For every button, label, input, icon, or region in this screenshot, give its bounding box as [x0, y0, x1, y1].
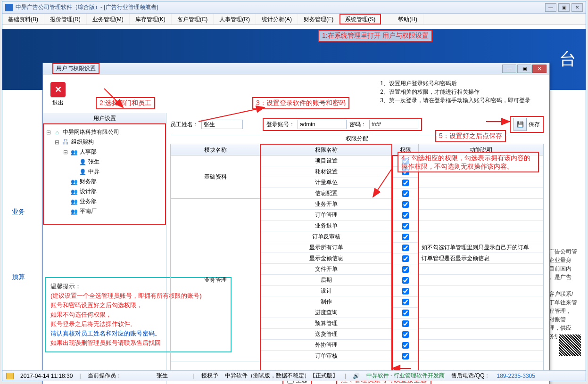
user-permission-dialog: 用户与权限设置 — ▣ ✕ ✕ 退出 1、设置用户登录账号和密码后 2、设置相关…	[42, 63, 550, 384]
perm-chk-cell	[393, 178, 418, 188]
menu-quote[interactable]: 报价管理(R)	[44, 14, 87, 25]
perm-checkbox[interactable]	[402, 299, 409, 305]
instruction-line: 3、第一次登录，请在登录框手动输入账号和密码，即可登录	[380, 96, 530, 105]
perm-checkbox[interactable]	[402, 320, 409, 327]
perm-name-cell: 外协管理	[260, 340, 392, 351]
perm-chk-cell	[393, 275, 418, 286]
tree-root[interactable]: ⊟ ⌂ 中异网络科技有限公司	[46, 127, 163, 137]
perm-checkbox[interactable]	[402, 234, 409, 240]
col-checkbox: 权限	[392, 144, 419, 372]
menu-stock[interactable]: 库存管理(K)	[130, 14, 172, 25]
perm-checkbox[interactable]	[402, 342, 409, 349]
perm-name-cell: 订单反审核	[260, 231, 392, 242]
menu-hr[interactable]: 人事管理(R)	[214, 14, 256, 25]
perm-body: 项目设置耗材设置计量单位信息配置业务开单订单管理业务退单订单反审核显示所有订单显…	[260, 155, 392, 372]
tree-label: 设计部	[80, 188, 97, 196]
chk-body	[392, 155, 419, 372]
dialog-icon	[46, 65, 52, 72]
perm-checkbox[interactable]	[402, 255, 409, 262]
perm-checkbox[interactable]	[402, 331, 409, 338]
tree-dept[interactable]: 👥 平南厂	[46, 206, 163, 216]
tree-dept[interactable]: 👥 设计部	[46, 187, 163, 196]
menu-help[interactable]: 帮助(H)	[392, 14, 423, 25]
tree-dept[interactable]: 👥 财务部	[46, 177, 163, 187]
perm-checkbox[interactable]	[402, 180, 409, 186]
status-operator-label: 当前操作员：	[88, 372, 122, 380]
perm-name-cell: 耗材设置	[260, 166, 392, 177]
dialog-close-button[interactable]: ✕	[532, 65, 547, 73]
expander-icon[interactable]: ⊟	[46, 129, 51, 136]
instruction-line: 1、设置用户登录账号和密码后	[380, 79, 530, 88]
banner-text: 台	[559, 48, 576, 71]
perm-name-cell: 订单管理	[260, 210, 392, 221]
expander-icon[interactable]: ⊟	[63, 149, 68, 155]
perm-checkbox[interactable]	[402, 310, 409, 316]
col-module: 模块名称 基础资料业务管理	[171, 144, 260, 372]
tree-user[interactable]: 👤 张生	[46, 157, 163, 167]
side-tab[interactable]: 预算	[12, 273, 25, 281]
status-auth-label: 授权予	[201, 372, 218, 380]
login-input[interactable]	[298, 120, 347, 129]
name-input[interactable]	[201, 120, 243, 129]
perm-name-cell: 制作	[260, 296, 392, 307]
dialog-maximize-button[interactable]: ▣	[517, 65, 531, 73]
head-module: 模块名称	[171, 144, 260, 155]
perm-chk-cell	[393, 308, 418, 319]
menu-business[interactable]: 业务管理(M)	[87, 14, 130, 25]
perm-checkbox[interactable]	[402, 288, 409, 294]
perm-name-cell: 业务开单	[260, 199, 392, 210]
annotation-1: 1:在系统管理里打开 用户与权限设置	[318, 30, 432, 42]
tree-label: 业务部	[80, 197, 97, 205]
perm-desc-cell	[419, 340, 543, 351]
pwd-input[interactable]	[369, 120, 418, 129]
dept-icon: 👥	[70, 188, 78, 196]
perm-chk-cell	[393, 351, 418, 362]
close-button[interactable]: ✕	[571, 3, 583, 12]
menu-customer[interactable]: 客户管理(C)	[172, 14, 214, 25]
perm-chk-cell	[393, 199, 418, 210]
annotation-4: 4：勾选相应的权限，勾选表示拥有该内容的操作权限，不勾选则无权操作该内容。	[398, 152, 539, 172]
side-tab[interactable]: 业务	[12, 208, 25, 216]
save-icon: 💾	[517, 121, 524, 128]
perm-desc-cell	[419, 329, 543, 340]
exit-button[interactable]: ✕	[50, 82, 66, 97]
dept-icon: 👥	[70, 178, 78, 186]
minimize-button[interactable]: —	[545, 3, 556, 12]
perm-name-cell: 订单审核	[260, 351, 392, 361]
perm-checkbox[interactable]	[402, 266, 409, 273]
perm-checkbox[interactable]	[402, 190, 409, 197]
menu-finance[interactable]: 财务管理(F)	[298, 14, 340, 25]
menu-basic[interactable]: 基础资料(B)	[2, 14, 44, 25]
tree-user[interactable]: 👤 中异	[46, 167, 163, 177]
tree-dept[interactable]: ⊟ 👥 人事部	[46, 147, 163, 157]
permission-title: 权限分配	[341, 135, 373, 143]
maximize-button[interactable]: ▣	[558, 3, 570, 12]
perm-checkbox[interactable]	[402, 245, 409, 251]
tree-label: 张生	[88, 158, 99, 166]
perm-checkbox[interactable]	[402, 223, 409, 229]
tree-dept[interactable]: 👥 业务部	[46, 196, 163, 206]
perm-name-cell: 业务退单	[260, 221, 392, 231]
perm-desc-cell: 如不勾选订单管理里则只显示自己开的订单	[419, 242, 543, 253]
dialog-minimize-button[interactable]: —	[502, 65, 516, 73]
save-button[interactable]: 💾	[513, 118, 527, 131]
tree-org[interactable]: ⊟ 品 组织架构	[46, 137, 163, 147]
tree-label: 组织架构	[71, 138, 94, 146]
perm-chk-cell	[393, 297, 418, 308]
perm-name-cell: 文件开单	[260, 264, 392, 275]
tree-body: ⊟ ⌂ 中异网络科技有限公司 ⊟ 品 组织架构 ⊟ 👥 人事部	[43, 123, 166, 225]
status-brand[interactable]: 中异软件 - 行业管理软件开发商	[366, 372, 445, 380]
perm-checkbox[interactable]	[402, 212, 409, 219]
perm-checkbox[interactable]	[402, 353, 409, 359]
titlebar: 中异广告公司管理软件（综合版）- [广告行业管理领航者] — ▣ ✕	[2, 1, 586, 14]
perm-checkbox[interactable]	[402, 277, 409, 284]
status-phone-label: 售后电话/QQ：	[451, 372, 490, 380]
menu-system[interactable]: 系统管理(S)	[340, 14, 381, 25]
perm-checkbox[interactable]	[402, 201, 409, 208]
menu-stats[interactable]: 统计分析(A)	[256, 14, 298, 25]
module-body: 基础资料业务管理	[171, 155, 260, 372]
perm-name-cell: 设计	[260, 286, 392, 296]
perm-name-cell: 计量单位	[260, 177, 392, 188]
expander-icon[interactable]: ⊟	[54, 139, 60, 146]
col-perm-names: 权限名称 项目设置耗材设置计量单位信息配置业务开单订单管理业务退单订单反审核显示…	[260, 144, 392, 372]
